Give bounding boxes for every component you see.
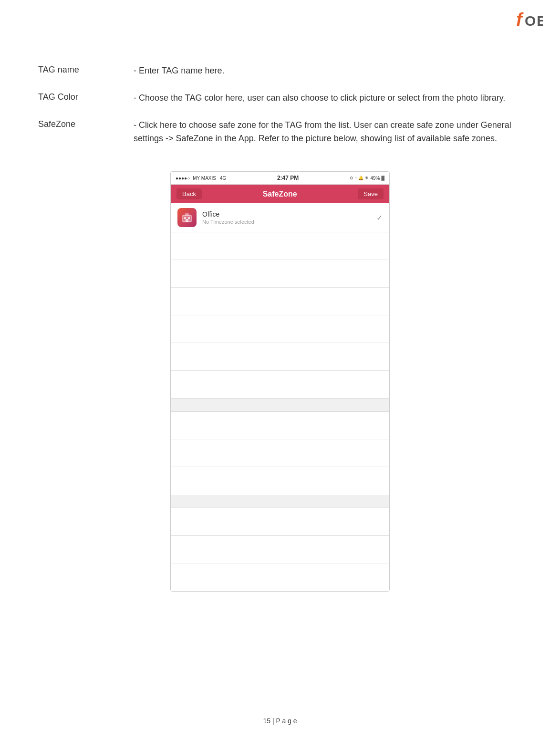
network-type: 4G bbox=[220, 176, 226, 181]
safezone-term: SafeZone bbox=[38, 118, 134, 129]
notification-icon: 🔔 bbox=[358, 176, 363, 180]
safezone-desc: - Click here to choose safe zone for the… bbox=[134, 118, 522, 146]
empty-row-3 bbox=[171, 288, 389, 315]
office-icon bbox=[177, 208, 197, 227]
tag-color-row: TAG Color - Choose the TAG color here, u… bbox=[38, 84, 522, 112]
svg-rect-3 bbox=[184, 217, 186, 219]
footer: 15 | P a g e bbox=[0, 713, 560, 725]
definition-section: TAG name - Enter TAG name here. TAG Colo… bbox=[38, 57, 522, 152]
svg-text:f: f bbox=[516, 10, 524, 30]
section-divider-2 bbox=[171, 495, 389, 508]
empty-section-3 bbox=[171, 508, 389, 591]
empty-row-s3-1 bbox=[171, 508, 389, 536]
svg-rect-4 bbox=[188, 217, 190, 219]
empty-row-5 bbox=[171, 343, 389, 371]
location-icon: ⊙ bbox=[350, 176, 353, 180]
office-text: Office No Timezone selected bbox=[202, 210, 371, 225]
empty-section-2 bbox=[171, 412, 389, 495]
bluetooth-icon: ✳ bbox=[365, 176, 369, 180]
tag-name-desc: - Enter TAG name here. bbox=[134, 64, 522, 78]
phone-mockup-container: ●●●●○ MY MAXIS 4G 2:47 PM ⊙ ↑ 🔔 ✳ 49% ▓ … bbox=[38, 171, 522, 592]
section-divider-1 bbox=[171, 398, 389, 412]
empty-row-s3-2 bbox=[171, 536, 389, 563]
empty-row-s2-2 bbox=[171, 439, 389, 467]
signal-text: ●●●●○ bbox=[176, 176, 190, 181]
tag-name-row: TAG name - Enter TAG name here. bbox=[38, 57, 522, 84]
save-button[interactable]: Save bbox=[358, 188, 384, 199]
nav-bar: Back SafeZone Save bbox=[171, 185, 389, 203]
logo: f OBO bbox=[516, 8, 543, 32]
list-area: Office No Timezone selected ✓ bbox=[171, 203, 389, 398]
office-title: Office bbox=[202, 210, 371, 218]
empty-row-s3-3 bbox=[171, 563, 389, 591]
empty-row-2 bbox=[171, 260, 389, 288]
status-time: 2:47 PM bbox=[277, 175, 299, 181]
nav-title: SafeZone bbox=[263, 190, 297, 198]
empty-row-6 bbox=[171, 371, 389, 398]
svg-text:OBO: OBO bbox=[525, 13, 543, 29]
empty-row-s2-3 bbox=[171, 467, 389, 495]
tag-color-desc: - Choose the TAG color here, user can al… bbox=[134, 91, 522, 105]
battery-text: 49% bbox=[370, 176, 380, 181]
checkmark-icon: ✓ bbox=[376, 213, 383, 222]
phone-mockup: ●●●●○ MY MAXIS 4G 2:47 PM ⊙ ↑ 🔔 ✳ 49% ▓ … bbox=[170, 171, 390, 592]
status-bar: ●●●●○ MY MAXIS 4G 2:47 PM ⊙ ↑ 🔔 ✳ 49% ▓ bbox=[171, 172, 389, 185]
footer-line bbox=[28, 713, 532, 713]
page-number: 15 | P a g e bbox=[263, 717, 297, 725]
signal-icon: ↑ bbox=[355, 176, 357, 180]
svg-rect-6 bbox=[185, 213, 189, 216]
office-subtitle: No Timezone selected bbox=[202, 219, 371, 225]
tag-name-term: TAG name bbox=[38, 64, 134, 75]
tag-color-term: TAG Color bbox=[38, 91, 134, 102]
fobo-logo-icon: f OBO bbox=[516, 8, 543, 32]
status-right: ⊙ ↑ 🔔 ✳ 49% ▓ bbox=[350, 176, 384, 181]
battery-icon: ▓ bbox=[381, 176, 384, 180]
empty-row-s2-1 bbox=[171, 412, 389, 439]
carrier-text: MY MAXIS bbox=[193, 176, 216, 181]
empty-row-4 bbox=[171, 315, 389, 343]
safezone-row: SafeZone - Click here to choose safe zon… bbox=[38, 112, 522, 153]
empty-row-1 bbox=[171, 232, 389, 260]
svg-rect-5 bbox=[186, 219, 188, 222]
back-button[interactable]: Back bbox=[176, 188, 202, 199]
status-left: ●●●●○ MY MAXIS 4G bbox=[176, 176, 226, 181]
list-item-office[interactable]: Office No Timezone selected ✓ bbox=[171, 203, 389, 232]
main-content: TAG name - Enter TAG name here. TAG Colo… bbox=[0, 19, 560, 630]
